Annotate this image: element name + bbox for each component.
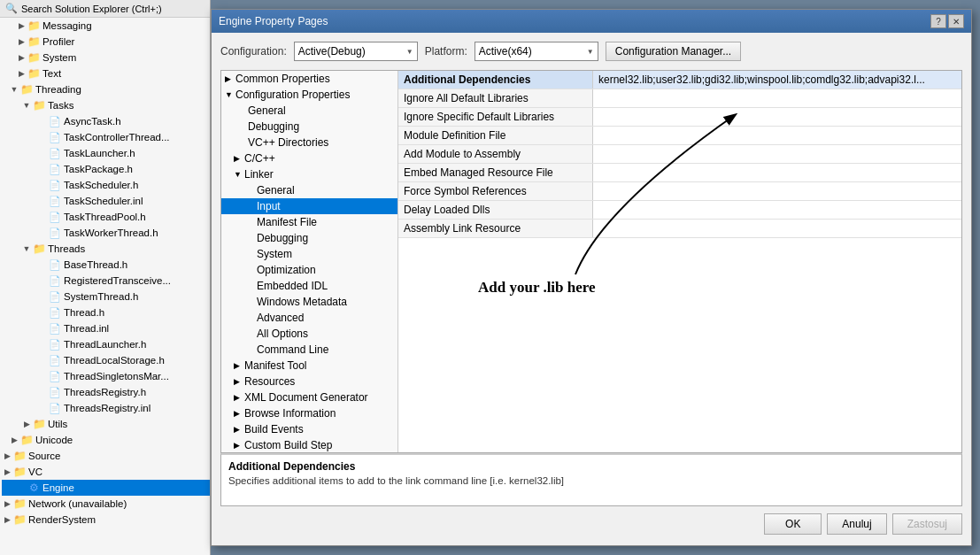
prop-label: General xyxy=(248,104,286,117)
item-label: TaskScheduler.inl xyxy=(64,196,143,206)
apply-button[interactable]: Zastosuj xyxy=(892,513,962,535)
tree-item-vc[interactable]: ▶ 📁 VC xyxy=(2,464,210,480)
prop-tree-linker[interactable]: ▼ Linker xyxy=(221,166,397,182)
prop-tree-linker-allopts[interactable]: All Options xyxy=(221,326,397,342)
prop-tree-custom-build[interactable]: ▶ Custom Build Step xyxy=(221,437,397,452)
expand-arrow: ▶ xyxy=(225,74,235,83)
tree-item-taskworker[interactable]: 📄 TaskWorkerThread.h xyxy=(2,225,210,241)
close-button[interactable]: ✕ xyxy=(948,14,964,28)
property-tree: ▶ Common Properties ▼ Configuration Prop… xyxy=(221,71,398,452)
prop-tree-linker-manifest[interactable]: Manifest File xyxy=(221,214,397,230)
prop-tree-linker-opt[interactable]: Optimization xyxy=(221,262,397,278)
search-icon: 🔍 xyxy=(5,3,18,14)
prop-row-assembly-link[interactable]: Assembly Link Resource xyxy=(398,220,961,238)
prop-value xyxy=(593,164,961,181)
prop-tree-debugging[interactable]: Debugging xyxy=(221,119,397,135)
annotation-text: Add your .lib here xyxy=(478,279,596,296)
item-label: SystemThread.h xyxy=(64,291,138,302)
tree-item-threadsingletons[interactable]: 📄 ThreadSingletonsMar... xyxy=(2,368,210,384)
arrow-icon: ▼ xyxy=(9,85,19,94)
prop-tree-vcpp-dirs[interactable]: VC++ Directories xyxy=(221,135,397,150)
ok-button[interactable]: OK xyxy=(764,513,822,535)
prop-row-ignore-specific[interactable]: Ignore Specific Default Libraries xyxy=(398,108,961,127)
prop-tree-config-properties[interactable]: ▼ Configuration Properties xyxy=(221,87,397,103)
tree-item-threads[interactable]: ▼ 📁 Threads xyxy=(2,241,210,257)
file-icon: 📄 xyxy=(48,321,62,335)
item-label: VC xyxy=(28,466,42,477)
prop-tree-cpp[interactable]: ▶ C/C++ xyxy=(221,150,397,166)
prop-row-force-symbol[interactable]: Force Symbol References xyxy=(398,182,961,201)
tree-item-taskcontroller[interactable]: 📄 TaskControllerThread... xyxy=(2,129,210,145)
tree-item-threadsregistryinl[interactable]: 📄 ThreadsRegistry.inl xyxy=(2,400,210,416)
folder-icon: 📁 xyxy=(12,497,27,511)
prop-row-additional-deps[interactable]: Additional Dependencies kernel32.lib;use… xyxy=(398,71,961,89)
file-icon: 📄 xyxy=(48,385,62,399)
file-icon: 📄 xyxy=(48,226,62,240)
tree-item-unicode[interactable]: ▶ 📁 Unicode xyxy=(2,432,210,448)
prop-tree-browse-info[interactable]: ▶ Browse Information xyxy=(221,405,397,421)
solution-explorer-header: 🔍 Search Solution Explorer (Ctrl+;) xyxy=(0,0,210,18)
info-title: Additional Dependencies xyxy=(228,460,954,473)
item-label: Messaging xyxy=(42,20,92,31)
tree-item-threadsregistry[interactable]: 📄 ThreadsRegistry.h xyxy=(2,384,210,400)
prop-row-ignore-all[interactable]: Ignore All Default Libraries xyxy=(398,89,961,108)
tree-item-registered[interactable]: 📄 RegisteredTransceive... xyxy=(2,273,210,289)
help-button[interactable]: ? xyxy=(930,14,946,28)
tree-item-text[interactable]: ▶ 📁 Text xyxy=(2,66,210,81)
item-label: ThreadsRegistry.h xyxy=(64,387,146,397)
tree-item-taskscheduler[interactable]: 📄 TaskScheduler.h xyxy=(2,177,210,193)
tree-item-tasklauncher[interactable]: 📄 TaskLauncher.h xyxy=(2,145,210,161)
tree-item-tasks[interactable]: ▼ 📁 Tasks xyxy=(2,97,210,113)
config-select[interactable]: Active(Debug) ▼ xyxy=(294,42,418,61)
prop-tree-linker-system[interactable]: System xyxy=(221,246,397,262)
prop-tree-general[interactable]: General xyxy=(221,103,397,119)
prop-tree-linker-winmeta[interactable]: Windows Metadata xyxy=(221,294,397,310)
prop-tree-common-properties[interactable]: ▶ Common Properties xyxy=(221,71,397,87)
prop-tree-build-events[interactable]: ▶ Build Events xyxy=(221,421,397,437)
prop-tree-linker-debug[interactable]: Debugging xyxy=(221,230,397,246)
prop-tree-resources[interactable]: ▶ Resources xyxy=(221,374,397,389)
tree-item-system[interactable]: ▶ 📁 System xyxy=(2,50,210,66)
tree-item-utils[interactable]: ▶ 📁 Utils xyxy=(2,416,210,432)
folder-icon: 📁 xyxy=(12,465,27,479)
prop-tree-manifest-tool[interactable]: ▶ Manifest Tool xyxy=(221,358,397,374)
tree-item-taskpackage[interactable]: 📄 TaskPackage.h xyxy=(2,161,210,177)
prop-value xyxy=(593,89,961,107)
tree-item-network[interactable]: ▶ 📁 Network (unavailable) xyxy=(2,496,210,512)
tree-item-threadlauncher[interactable]: 📄 ThreadLauncher.h xyxy=(2,336,210,352)
tree-item-thread-inl[interactable]: 📄 Thread.inl xyxy=(2,320,210,336)
tree-item-source[interactable]: ▶ 📁 Source xyxy=(2,448,210,464)
tree-item-rendersystem[interactable]: ▶ 📁 RenderSystem xyxy=(2,512,210,528)
tree-item-basethread[interactable]: 📄 BaseThread.h xyxy=(2,257,210,273)
file-icon: 📄 xyxy=(48,337,62,351)
tree-item-threading[interactable]: ▼ 📁 Threading xyxy=(2,81,210,97)
tree-item-engine[interactable]: ⚙ Engine xyxy=(2,480,210,496)
prop-label: Advanced xyxy=(257,312,304,324)
tree-item-taskthreadpool[interactable]: 📄 TaskThreadPool.h xyxy=(2,209,210,225)
cancel-button[interactable]: Anuluj xyxy=(827,513,886,535)
prop-row-delay-loaded[interactable]: Delay Loaded Dlls xyxy=(398,201,961,220)
prop-tree-linker-general[interactable]: General xyxy=(221,182,397,198)
tree-item-taskschedulerinl[interactable]: 📄 TaskScheduler.inl xyxy=(2,193,210,209)
file-icon: 📄 xyxy=(48,178,62,192)
prop-tree-linker-embedded[interactable]: Embedded IDL xyxy=(221,278,397,294)
tree-item-profiler[interactable]: ▶ 📁 Profiler xyxy=(2,34,210,50)
prop-tree-linker-advanced[interactable]: Advanced xyxy=(221,310,397,326)
tree-item-messaging[interactable]: ▶ 📁 Messaging xyxy=(2,18,210,34)
tree-item-systemthread[interactable]: 📄 SystemThread.h xyxy=(2,289,210,304)
prop-name: Add Module to Assembly xyxy=(398,145,593,163)
prop-tree-linker-input[interactable]: Input xyxy=(221,198,397,214)
tree-item-asynctask[interactable]: 📄 AsyncTask.h xyxy=(2,113,210,129)
item-label: Profiler xyxy=(42,36,74,47)
prop-row-module-def[interactable]: Module Definition File xyxy=(398,127,961,145)
config-manager-button[interactable]: Configuration Manager... xyxy=(606,42,741,61)
prop-name: Ignore Specific Default Libraries xyxy=(398,108,593,126)
prop-row-embed-managed[interactable]: Embed Managed Resource File xyxy=(398,164,961,182)
prop-row-add-module[interactable]: Add Module to Assembly xyxy=(398,145,961,164)
prop-tree-linker-cmdline[interactable]: Command Line xyxy=(221,342,397,358)
platform-select[interactable]: Active(x64) ▼ xyxy=(475,42,598,61)
file-icon: 📄 xyxy=(48,274,62,288)
prop-tree-xml-gen[interactable]: ▶ XML Document Generator xyxy=(221,389,397,405)
tree-item-thread-h[interactable]: 📄 Thread.h xyxy=(2,304,210,320)
tree-item-threadlocal[interactable]: 📄 ThreadLocalStorage.h xyxy=(2,352,210,368)
